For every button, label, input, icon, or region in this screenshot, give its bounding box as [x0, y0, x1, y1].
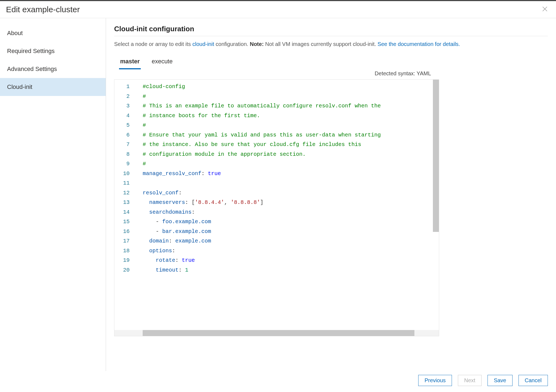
- code-line[interactable]: #: [143, 92, 439, 101]
- code-line[interactable]: - bar.example.com: [143, 227, 439, 237]
- line-number: 4: [114, 111, 130, 121]
- token: searchdomains: [149, 209, 192, 215]
- token: # This is an example file to automatical…: [143, 103, 381, 109]
- token: [143, 199, 149, 206]
- token: rotate: [156, 257, 175, 263]
- token: manage_resolv_conf: [143, 170, 201, 177]
- line-number: 16: [114, 227, 130, 237]
- token: nameservers: [149, 199, 185, 206]
- code-line[interactable]: manage_resolv_conf: true: [143, 169, 439, 179]
- line-number: 6: [114, 130, 130, 140]
- save-button[interactable]: Save: [488, 375, 513, 386]
- token: :: [179, 190, 182, 196]
- code-line[interactable]: domain: example.com: [143, 236, 439, 246]
- line-number: 19: [114, 256, 130, 265]
- line-number: 1: [114, 82, 130, 92]
- token: bar.example.com: [162, 228, 211, 235]
- token: resolv_conf: [143, 190, 179, 196]
- code-line[interactable]: [143, 178, 439, 188]
- dialog-title: Edit example-cluster: [6, 5, 80, 14]
- code-line[interactable]: # configuration module in the appropriat…: [143, 150, 439, 159]
- line-number: 5: [114, 120, 130, 130]
- sidebar-item-advanced-settings[interactable]: Advanced Settings: [0, 60, 106, 78]
- token: [143, 209, 149, 215]
- code-line[interactable]: options:: [143, 246, 439, 256]
- token: true: [182, 257, 195, 263]
- token: #: [143, 161, 146, 167]
- token: example.com: [175, 238, 211, 244]
- token: -: [143, 219, 162, 225]
- token: # configuration module in the appropriat…: [143, 151, 306, 157]
- sidebar-item-cloud-init[interactable]: Cloud-init: [0, 78, 106, 96]
- line-number: 11: [114, 178, 130, 188]
- token: options: [149, 248, 172, 254]
- token: '8.8.8.8': [231, 199, 260, 206]
- tab-execute[interactable]: execute: [151, 56, 174, 69]
- cloud-init-link[interactable]: cloud-init: [192, 41, 214, 47]
- line-number: 14: [114, 207, 130, 217]
- token: :: [201, 170, 208, 177]
- sidebar-item-required-settings[interactable]: Required Settings: [0, 42, 106, 60]
- line-number: 20: [114, 265, 130, 275]
- code-line[interactable]: # the instance. Also be sure that your c…: [143, 140, 439, 150]
- line-number: 15: [114, 217, 130, 227]
- section-title: Cloud-init configuration: [114, 25, 548, 36]
- token: :: [192, 209, 195, 215]
- previous-button[interactable]: Previous: [418, 375, 452, 386]
- code-line[interactable]: # Ensure that your yaml is valid and pas…: [143, 130, 439, 140]
- token: '8.8.4.4': [195, 199, 224, 206]
- token: # the instance. Also be sure that your c…: [143, 141, 361, 148]
- cancel-button[interactable]: Cancel: [518, 375, 548, 386]
- token: ]: [260, 199, 263, 206]
- token: :: [172, 248, 175, 254]
- token: : [: [185, 199, 195, 206]
- code-line[interactable]: nameservers: ['8.8.4.4', '8.8.8.8']: [143, 198, 439, 207]
- token: [143, 257, 156, 263]
- vertical-scrollbar[interactable]: [433, 80, 439, 232]
- close-icon[interactable]: [540, 5, 550, 14]
- editor-content[interactable]: #cloud-config## This is an example file …: [143, 80, 439, 275]
- code-line[interactable]: resolv_conf:: [143, 188, 439, 198]
- code-editor[interactable]: 1234567891011121314151617181920 #cloud-c…: [114, 79, 439, 336]
- horizontal-scrollbar-track[interactable]: [114, 330, 439, 336]
- code-line[interactable]: #cloud-config: [143, 82, 439, 92]
- horizontal-scrollbar-thumb[interactable]: [143, 330, 414, 336]
- detected-syntax-label: Detected syntax: YAML: [114, 70, 548, 77]
- main-content: Cloud-init configuration Select a node o…: [106, 18, 556, 371]
- line-number: 12: [114, 188, 130, 198]
- line-number: 10: [114, 169, 130, 179]
- code-line[interactable]: #: [143, 159, 439, 169]
- desc-text: configuration.: [214, 41, 250, 47]
- code-line[interactable]: - foo.example.com: [143, 217, 439, 227]
- line-number: 17: [114, 236, 130, 246]
- tab-master[interactable]: master: [119, 56, 141, 69]
- token: [143, 248, 149, 254]
- line-number: 9: [114, 159, 130, 169]
- line-number: 18: [114, 246, 130, 256]
- code-line[interactable]: #: [143, 120, 439, 130]
- documentation-link[interactable]: See the documentation for details.: [377, 41, 460, 47]
- token: [143, 238, 149, 244]
- code-line[interactable]: # This is an example file to automatical…: [143, 101, 439, 111]
- code-line[interactable]: timeout: 1: [143, 265, 439, 275]
- line-number: 2: [114, 92, 130, 101]
- token: -: [143, 228, 162, 235]
- token: #: [143, 122, 146, 128]
- code-line[interactable]: searchdomains:: [143, 207, 439, 217]
- token: # instance boots for the first time.: [143, 113, 260, 119]
- line-number: 8: [114, 150, 130, 159]
- token: :: [175, 257, 182, 263]
- next-button: Next: [458, 375, 482, 386]
- node-tabs: masterexecute: [114, 56, 548, 69]
- sidebar-item-about[interactable]: About: [0, 24, 106, 42]
- dialog-footer: Previous Next Save Cancel: [0, 371, 556, 392]
- editor-gutter: 1234567891011121314151617181920: [114, 80, 138, 336]
- line-number: 3: [114, 101, 130, 111]
- token: :: [169, 238, 175, 244]
- code-line[interactable]: # instance boots for the first time.: [143, 111, 439, 121]
- desc-text: Not all VM images currently support clou…: [264, 41, 377, 47]
- token: true: [208, 170, 221, 177]
- code-line[interactable]: rotate: true: [143, 256, 439, 265]
- line-number: 7: [114, 140, 130, 150]
- token: domain: [149, 238, 169, 244]
